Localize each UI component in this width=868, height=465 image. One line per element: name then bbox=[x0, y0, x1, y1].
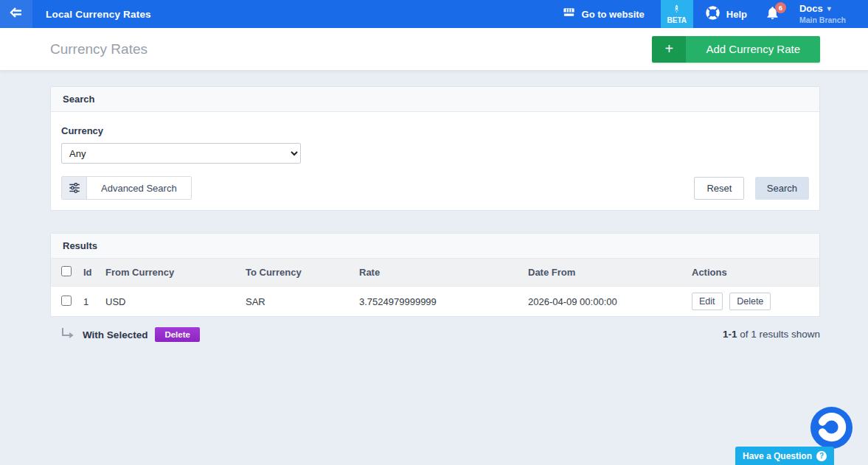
beta-badge[interactable]: BETA bbox=[661, 0, 693, 28]
help-label: Help bbox=[726, 9, 747, 20]
results-count-text: of 1 results shown bbox=[737, 329, 820, 340]
with-selected-group: With Selected Delete bbox=[50, 327, 200, 342]
row-checkbox[interactable] bbox=[61, 296, 72, 306]
go-to-website-label: Go to website bbox=[582, 9, 645, 20]
column-actions: Actions bbox=[686, 259, 819, 287]
top-navbar: Local Currency Rates Go to website bbox=[0, 0, 868, 28]
results-count-range: 1-1 bbox=[723, 329, 737, 340]
docs-menu[interactable]: Docs ▾ Main Branch bbox=[799, 3, 868, 24]
results-count: 1-1 of 1 results shown bbox=[723, 329, 820, 340]
sliders-icon bbox=[62, 177, 87, 199]
notifications-button[interactable]: 6 bbox=[765, 5, 780, 24]
column-rate: Rate bbox=[353, 259, 522, 287]
search-button[interactable]: Search bbox=[755, 177, 809, 200]
storefront-icon bbox=[562, 6, 576, 22]
cell-to-currency: SAR bbox=[240, 287, 353, 317]
results-panel-title: Results bbox=[51, 234, 819, 259]
edit-button[interactable]: Edit bbox=[692, 293, 723, 310]
table-row: 1 USD SAR 3.7524979999999 2026-04-09 00:… bbox=[51, 287, 819, 317]
results-table: Id From Currency To Currency Rate Date F… bbox=[51, 259, 819, 316]
notification-count-badge: 6 bbox=[775, 2, 786, 13]
chevron-down-icon: ▾ bbox=[827, 4, 831, 14]
column-date-from: Date From bbox=[522, 259, 686, 287]
app-title: Local Currency Rates bbox=[46, 9, 151, 20]
question-mark-icon: ? bbox=[816, 451, 827, 461]
plus-icon: + bbox=[652, 36, 686, 63]
page-header: Currency Rates + Add Currency Rate bbox=[0, 28, 868, 70]
docs-label: Docs bbox=[799, 3, 823, 15]
delete-button[interactable]: Delete bbox=[729, 293, 771, 310]
help-link[interactable]: Help bbox=[705, 5, 747, 23]
reset-button[interactable]: Reset bbox=[694, 177, 744, 200]
table-header-row: Id From Currency To Currency Rate Date F… bbox=[51, 259, 819, 287]
cell-from-currency: USD bbox=[100, 287, 240, 317]
beta-label: BETA bbox=[667, 16, 687, 24]
column-id: Id bbox=[77, 259, 100, 287]
bulk-delete-button[interactable]: Delete bbox=[155, 327, 200, 342]
search-panel: Search Currency Any Advanced Search bbox=[50, 86, 820, 211]
currency-select[interactable]: Any bbox=[61, 143, 301, 164]
sidebar-collapse-button[interactable] bbox=[0, 0, 32, 28]
lifebuoy-icon bbox=[705, 5, 721, 23]
with-selected-label: With Selected bbox=[83, 329, 147, 340]
advanced-search-button[interactable]: Advanced Search bbox=[61, 176, 192, 200]
advanced-search-label: Advanced Search bbox=[87, 177, 191, 199]
cell-date-from: 2026-04-09 00:00:00 bbox=[522, 287, 686, 317]
chat-widget-button[interactable] bbox=[810, 407, 853, 449]
rocket-icon bbox=[672, 4, 681, 15]
have-a-question-button[interactable]: Have a Question ? bbox=[735, 447, 834, 465]
branch-arrow-icon bbox=[60, 327, 75, 342]
page-title: Currency Rates bbox=[50, 41, 147, 57]
search-panel-title: Search bbox=[51, 87, 819, 112]
cell-rate: 3.7524979999999 bbox=[353, 287, 522, 317]
column-to-currency: To Currency bbox=[240, 259, 353, 287]
currency-field-label: Currency bbox=[61, 125, 809, 136]
go-to-website-link[interactable]: Go to website bbox=[562, 6, 645, 22]
chat-logo-icon bbox=[810, 405, 853, 450]
add-currency-rate-button[interactable]: + Add Currency Rate bbox=[652, 36, 820, 63]
results-panel: Results Id From Currency To Currency Rat… bbox=[50, 233, 820, 317]
have-a-question-label: Have a Question bbox=[743, 451, 812, 461]
branch-label: Main Branch bbox=[799, 15, 846, 25]
collapse-arrow-icon bbox=[7, 4, 25, 24]
add-currency-rate-label: Add Currency Rate bbox=[686, 36, 820, 63]
select-all-checkbox[interactable] bbox=[61, 266, 72, 276]
column-from-currency: From Currency bbox=[100, 259, 240, 287]
cell-id: 1 bbox=[77, 287, 100, 317]
main-content: Search Currency Any Advanced Search bbox=[0, 70, 868, 342]
